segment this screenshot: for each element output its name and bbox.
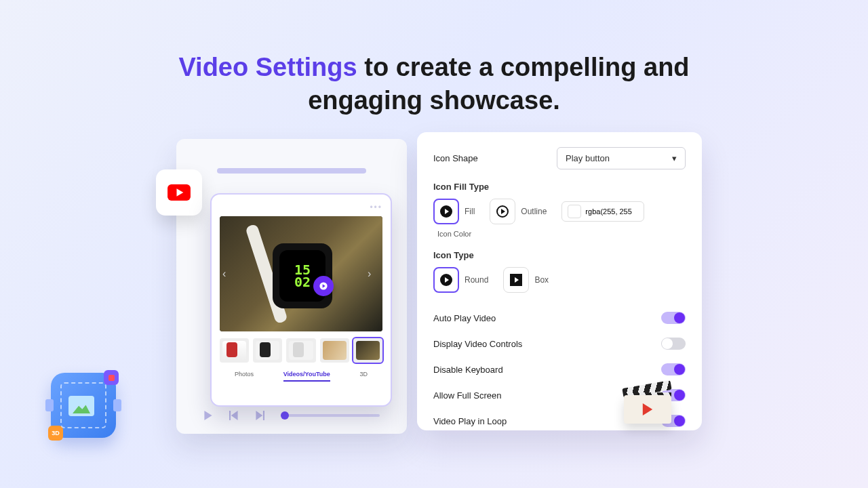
youtube-icon	[156, 169, 202, 216]
chevron-down-icon: ▾	[672, 153, 677, 163]
icon-shape-label: Icon Shape	[433, 153, 478, 163]
fill-option-label: Fill	[465, 207, 475, 216]
icon-color-input[interactable]	[585, 207, 638, 216]
outline-option-label: Outline	[521, 207, 547, 216]
3d-badge-icon: 3D	[48, 426, 63, 441]
gallery-next-icon[interactable]: ›	[368, 268, 380, 280]
toggle-label-keyboard: Disable Keyboard	[433, 365, 503, 375]
seek-bar[interactable]	[281, 414, 380, 417]
fill-option[interactable]	[433, 199, 459, 224]
play-outline-icon	[496, 205, 509, 218]
play-icon[interactable]	[203, 411, 213, 420]
thumbnail[interactable]	[253, 338, 282, 363]
prev-track-icon[interactable]	[229, 411, 239, 420]
watch-time: 15 02	[294, 264, 311, 288]
icon-type-label: Icon Type	[433, 250, 686, 260]
headline-rest2: engaging showcase.	[308, 86, 560, 115]
page-headline: Video Settings to create a compelling an…	[0, 0, 868, 118]
toggle-label-controls: Display Video Controls	[433, 339, 522, 349]
toggle-keyboard[interactable]	[661, 363, 686, 375]
gallery-main-media[interactable]: 15 02 ‹ ›	[220, 216, 382, 331]
toggle-controls[interactable]	[661, 338, 686, 350]
round-option[interactable]	[433, 267, 459, 293]
play-round-icon	[439, 273, 453, 287]
icon-shape-select[interactable]: Play button ▾	[557, 147, 686, 169]
tab-3d[interactable]: 3D	[360, 371, 368, 382]
icon-color-label: Icon Color	[437, 230, 471, 238]
icon-color-field[interactable]	[561, 201, 644, 222]
video-progress-bar[interactable]	[217, 168, 366, 174]
box-option[interactable]	[503, 267, 529, 293]
toggle-autoplay[interactable]	[661, 312, 686, 324]
gallery-preview-card: ••• 15 02 ‹ › Photos Videos/YouTube 3D	[210, 193, 392, 407]
icon-fill-type-label: Icon Fill Type	[433, 182, 686, 192]
clapperboard-icon	[624, 383, 671, 424]
thumbnail[interactable]	[320, 338, 349, 363]
toggle-label-autoplay: Auto Play Video	[433, 313, 496, 323]
next-track-icon[interactable]	[255, 411, 264, 420]
round-option-label: Round	[465, 275, 488, 285]
icon-shape-value: Play button	[566, 153, 610, 163]
thumbnail[interactable]	[286, 338, 315, 363]
outline-option[interactable]	[490, 199, 515, 224]
headline-rest1: to create a compelling and	[357, 53, 690, 81]
box-option-label: Box	[534, 275, 549, 285]
window-dots-icon: •••	[220, 203, 382, 212]
gallery-prev-icon[interactable]: ‹	[222, 268, 235, 280]
tab-photos[interactable]: Photos	[235, 371, 254, 382]
video-badge-icon	[104, 370, 119, 385]
toggle-label-loop: Video Play in Loop	[433, 416, 507, 426]
thumbnail[interactable]	[220, 338, 249, 363]
headline-accent: Video Settings	[178, 53, 357, 81]
play-fill-icon	[439, 205, 453, 218]
play-overlay-icon[interactable]	[313, 276, 334, 296]
media-gallery-icon: 3D	[51, 373, 116, 438]
thumbnail[interactable]	[353, 338, 382, 363]
toggle-label-fullscreen: Allow Full Screen	[433, 390, 501, 401]
color-swatch[interactable]	[568, 205, 581, 218]
gallery-thumbnails	[220, 338, 382, 363]
tab-videos[interactable]: Videos/YouTube	[283, 371, 330, 382]
play-box-icon	[509, 273, 523, 287]
